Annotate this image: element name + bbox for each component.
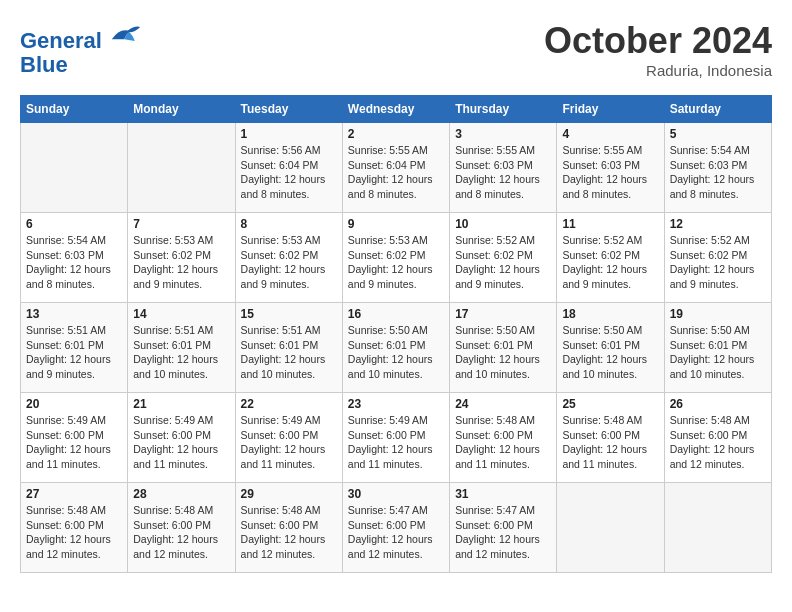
- day-number: 11: [562, 217, 658, 231]
- day-number: 17: [455, 307, 551, 321]
- day-info: Sunrise: 5:49 AM Sunset: 6:00 PM Dayligh…: [348, 413, 444, 472]
- calendar-cell: 24Sunrise: 5:48 AM Sunset: 6:00 PM Dayli…: [450, 393, 557, 483]
- calendar-cell: 7Sunrise: 5:53 AM Sunset: 6:02 PM Daylig…: [128, 213, 235, 303]
- day-number: 30: [348, 487, 444, 501]
- day-number: 15: [241, 307, 337, 321]
- weekday-friday: Friday: [557, 96, 664, 123]
- day-info: Sunrise: 5:49 AM Sunset: 6:00 PM Dayligh…: [133, 413, 229, 472]
- calendar-cell: 3Sunrise: 5:55 AM Sunset: 6:03 PM Daylig…: [450, 123, 557, 213]
- day-info: Sunrise: 5:47 AM Sunset: 6:00 PM Dayligh…: [348, 503, 444, 562]
- day-info: Sunrise: 5:51 AM Sunset: 6:01 PM Dayligh…: [133, 323, 229, 382]
- day-info: Sunrise: 5:56 AM Sunset: 6:04 PM Dayligh…: [241, 143, 337, 202]
- calendar-week-1: 1Sunrise: 5:56 AM Sunset: 6:04 PM Daylig…: [21, 123, 772, 213]
- day-info: Sunrise: 5:54 AM Sunset: 6:03 PM Dayligh…: [26, 233, 122, 292]
- day-info: Sunrise: 5:53 AM Sunset: 6:02 PM Dayligh…: [133, 233, 229, 292]
- day-number: 26: [670, 397, 766, 411]
- month-title: October 2024: [544, 20, 772, 62]
- day-info: Sunrise: 5:51 AM Sunset: 6:01 PM Dayligh…: [26, 323, 122, 382]
- day-info: Sunrise: 5:50 AM Sunset: 6:01 PM Dayligh…: [455, 323, 551, 382]
- weekday-tuesday: Tuesday: [235, 96, 342, 123]
- calendar-cell: 10Sunrise: 5:52 AM Sunset: 6:02 PM Dayli…: [450, 213, 557, 303]
- day-info: Sunrise: 5:50 AM Sunset: 6:01 PM Dayligh…: [562, 323, 658, 382]
- day-number: 6: [26, 217, 122, 231]
- calendar-body: 1Sunrise: 5:56 AM Sunset: 6:04 PM Daylig…: [21, 123, 772, 573]
- calendar-table: SundayMondayTuesdayWednesdayThursdayFrid…: [20, 95, 772, 573]
- logo-bird-icon: [110, 20, 142, 48]
- calendar-cell: 4Sunrise: 5:55 AM Sunset: 6:03 PM Daylig…: [557, 123, 664, 213]
- weekday-monday: Monday: [128, 96, 235, 123]
- day-number: 29: [241, 487, 337, 501]
- calendar-cell: 14Sunrise: 5:51 AM Sunset: 6:01 PM Dayli…: [128, 303, 235, 393]
- logo-blue: Blue: [20, 52, 68, 77]
- day-info: Sunrise: 5:48 AM Sunset: 6:00 PM Dayligh…: [562, 413, 658, 472]
- day-number: 25: [562, 397, 658, 411]
- calendar-cell: [128, 123, 235, 213]
- day-number: 31: [455, 487, 551, 501]
- day-number: 1: [241, 127, 337, 141]
- calendar-cell: 28Sunrise: 5:48 AM Sunset: 6:00 PM Dayli…: [128, 483, 235, 573]
- calendar-cell: [557, 483, 664, 573]
- calendar-cell: 9Sunrise: 5:53 AM Sunset: 6:02 PM Daylig…: [342, 213, 449, 303]
- calendar-cell: 12Sunrise: 5:52 AM Sunset: 6:02 PM Dayli…: [664, 213, 771, 303]
- day-info: Sunrise: 5:49 AM Sunset: 6:00 PM Dayligh…: [26, 413, 122, 472]
- day-info: Sunrise: 5:55 AM Sunset: 6:04 PM Dayligh…: [348, 143, 444, 202]
- weekday-header-row: SundayMondayTuesdayWednesdayThursdayFrid…: [21, 96, 772, 123]
- day-number: 12: [670, 217, 766, 231]
- day-number: 16: [348, 307, 444, 321]
- day-number: 19: [670, 307, 766, 321]
- day-info: Sunrise: 5:48 AM Sunset: 6:00 PM Dayligh…: [455, 413, 551, 472]
- calendar-week-2: 6Sunrise: 5:54 AM Sunset: 6:03 PM Daylig…: [21, 213, 772, 303]
- day-number: 13: [26, 307, 122, 321]
- weekday-wednesday: Wednesday: [342, 96, 449, 123]
- calendar-cell: 13Sunrise: 5:51 AM Sunset: 6:01 PM Dayli…: [21, 303, 128, 393]
- day-info: Sunrise: 5:53 AM Sunset: 6:02 PM Dayligh…: [241, 233, 337, 292]
- day-info: Sunrise: 5:52 AM Sunset: 6:02 PM Dayligh…: [455, 233, 551, 292]
- day-info: Sunrise: 5:51 AM Sunset: 6:01 PM Dayligh…: [241, 323, 337, 382]
- calendar-cell: 25Sunrise: 5:48 AM Sunset: 6:00 PM Dayli…: [557, 393, 664, 483]
- calendar-cell: 11Sunrise: 5:52 AM Sunset: 6:02 PM Dayli…: [557, 213, 664, 303]
- day-number: 28: [133, 487, 229, 501]
- calendar-cell: 21Sunrise: 5:49 AM Sunset: 6:00 PM Dayli…: [128, 393, 235, 483]
- day-info: Sunrise: 5:48 AM Sunset: 6:00 PM Dayligh…: [133, 503, 229, 562]
- logo: General Blue: [20, 20, 142, 77]
- day-info: Sunrise: 5:47 AM Sunset: 6:00 PM Dayligh…: [455, 503, 551, 562]
- day-info: Sunrise: 5:48 AM Sunset: 6:00 PM Dayligh…: [241, 503, 337, 562]
- calendar-cell: 19Sunrise: 5:50 AM Sunset: 6:01 PM Dayli…: [664, 303, 771, 393]
- day-number: 5: [670, 127, 766, 141]
- day-number: 23: [348, 397, 444, 411]
- day-info: Sunrise: 5:55 AM Sunset: 6:03 PM Dayligh…: [455, 143, 551, 202]
- calendar-cell: [21, 123, 128, 213]
- calendar-cell: 20Sunrise: 5:49 AM Sunset: 6:00 PM Dayli…: [21, 393, 128, 483]
- calendar-cell: 18Sunrise: 5:50 AM Sunset: 6:01 PM Dayli…: [557, 303, 664, 393]
- day-info: Sunrise: 5:54 AM Sunset: 6:03 PM Dayligh…: [670, 143, 766, 202]
- day-info: Sunrise: 5:48 AM Sunset: 6:00 PM Dayligh…: [670, 413, 766, 472]
- day-info: Sunrise: 5:52 AM Sunset: 6:02 PM Dayligh…: [670, 233, 766, 292]
- title-block: October 2024 Raduria, Indonesia: [544, 20, 772, 79]
- calendar-cell: 5Sunrise: 5:54 AM Sunset: 6:03 PM Daylig…: [664, 123, 771, 213]
- calendar-week-5: 27Sunrise: 5:48 AM Sunset: 6:00 PM Dayli…: [21, 483, 772, 573]
- day-number: 14: [133, 307, 229, 321]
- calendar-cell: [664, 483, 771, 573]
- day-number: 18: [562, 307, 658, 321]
- weekday-thursday: Thursday: [450, 96, 557, 123]
- day-number: 3: [455, 127, 551, 141]
- calendar-cell: 16Sunrise: 5:50 AM Sunset: 6:01 PM Dayli…: [342, 303, 449, 393]
- day-info: Sunrise: 5:50 AM Sunset: 6:01 PM Dayligh…: [670, 323, 766, 382]
- calendar-week-4: 20Sunrise: 5:49 AM Sunset: 6:00 PM Dayli…: [21, 393, 772, 483]
- day-number: 7: [133, 217, 229, 231]
- calendar-cell: 1Sunrise: 5:56 AM Sunset: 6:04 PM Daylig…: [235, 123, 342, 213]
- weekday-saturday: Saturday: [664, 96, 771, 123]
- calendar-cell: 26Sunrise: 5:48 AM Sunset: 6:00 PM Dayli…: [664, 393, 771, 483]
- calendar-cell: 23Sunrise: 5:49 AM Sunset: 6:00 PM Dayli…: [342, 393, 449, 483]
- day-info: Sunrise: 5:48 AM Sunset: 6:00 PM Dayligh…: [26, 503, 122, 562]
- weekday-sunday: Sunday: [21, 96, 128, 123]
- calendar-header: SundayMondayTuesdayWednesdayThursdayFrid…: [21, 96, 772, 123]
- calendar-cell: 31Sunrise: 5:47 AM Sunset: 6:00 PM Dayli…: [450, 483, 557, 573]
- day-number: 9: [348, 217, 444, 231]
- calendar-cell: 29Sunrise: 5:48 AM Sunset: 6:00 PM Dayli…: [235, 483, 342, 573]
- day-number: 4: [562, 127, 658, 141]
- page-header: General Blue October 2024 Raduria, Indon…: [20, 20, 772, 79]
- day-number: 2: [348, 127, 444, 141]
- calendar-cell: 30Sunrise: 5:47 AM Sunset: 6:00 PM Dayli…: [342, 483, 449, 573]
- day-number: 27: [26, 487, 122, 501]
